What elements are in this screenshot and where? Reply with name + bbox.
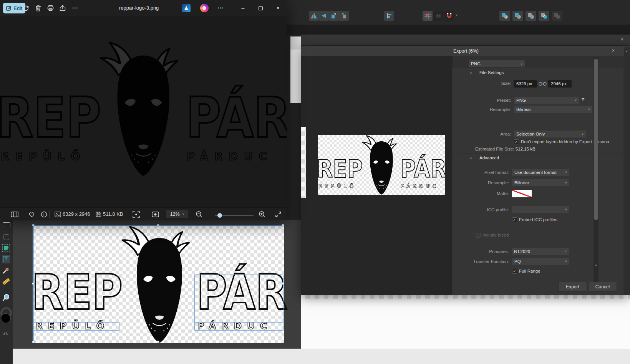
more-options-icon[interactable]: •••	[71, 4, 79, 12]
size-width-field[interactable]: 6329 px	[514, 80, 537, 88]
info-icon[interactable]: i	[40, 210, 48, 218]
share-icon[interactable]	[59, 4, 66, 12]
favorite-heart-icon[interactable]	[28, 210, 35, 218]
auto-enhance-icon[interactable]	[151, 210, 159, 218]
advanced-header[interactable]: Advanced	[479, 156, 499, 160]
preset-dropdown[interactable]: PNG˅	[514, 97, 579, 104]
minimize-button[interactable]: –	[234, 0, 252, 16]
rotate-ccw-button[interactable]	[329, 11, 339, 21]
rotate-icon[interactable]	[22, 4, 30, 12]
fullscreen-icon[interactable]	[274, 210, 282, 218]
scroll-down-icon[interactable]: ▾	[594, 263, 598, 267]
vector-crop-tool[interactable]	[2, 244, 10, 252]
pixel-format-label: Pixel format:	[466, 170, 509, 175]
boolean-subtract-button[interactable]	[512, 11, 523, 21]
photos-titlebar[interactable]: Edit ••• reppar-logo-3.png •••	[0, 0, 287, 16]
maximize-button[interactable]	[252, 0, 269, 16]
delete-icon[interactable]	[34, 4, 42, 12]
matte-color-swatch[interactable]	[512, 190, 532, 198]
embed-icc-checkbox[interactable]: ✓	[512, 217, 517, 222]
icc-profile-label: ICC profile:	[466, 207, 509, 212]
size-height-field[interactable]: 2946 px	[548, 80, 572, 88]
area-dropdown[interactable]: Selection Only˅	[514, 131, 586, 137]
zoom-in-icon[interactable]	[258, 210, 266, 218]
zoom-out-icon[interactable]	[195, 210, 203, 218]
selection-bounds[interactable]	[33, 225, 283, 342]
full-range-checkbox[interactable]: ✓	[512, 269, 517, 274]
text-tool[interactable]: T	[2, 255, 10, 263]
selection-handle-s[interactable]	[157, 341, 159, 343]
cancel-button[interactable]: Cancel	[588, 282, 617, 291]
selection-handle-nw[interactable]	[32, 224, 35, 227]
advanced-chevron[interactable]: ˅	[470, 157, 472, 160]
shape-tool[interactable]	[3, 233, 10, 240]
chevron-down-icon: ˅	[521, 62, 522, 66]
color-picker-tool[interactable]	[2, 266, 10, 274]
selection-handle-se[interactable]	[282, 341, 284, 343]
print-icon[interactable]	[46, 4, 54, 12]
open-in-photo-icon[interactable]	[200, 4, 209, 12]
transfer-function-dropdown[interactable]: PQ˅	[512, 258, 569, 265]
visual-search-icon[interactable]	[132, 210, 140, 218]
close-button[interactable]: ×	[269, 0, 287, 16]
resample-dropdown[interactable]: Bilinear˅	[514, 106, 592, 113]
measure-tool[interactable]	[2, 277, 10, 286]
more-apps-icon[interactable]: •••	[217, 4, 225, 12]
zoom-level-dropdown[interactable]: 12% ˅	[166, 210, 188, 218]
photos-window: Edit ••• reppar-logo-3.png •••	[0, 0, 287, 220]
preset-menu-icon[interactable]: ≡	[582, 96, 585, 102]
flip-horizontal-button[interactable]	[309, 11, 319, 21]
link-dimensions-icon[interactable]	[539, 81, 547, 86]
primaries-dropdown[interactable]: BT.2020˅	[512, 248, 569, 255]
file-settings-chevron[interactable]: ˅	[470, 71, 472, 75]
export-button[interactable]: Export	[558, 282, 587, 291]
boolean-combine-icon	[554, 13, 560, 19]
export-dialog-close-icon[interactable]: ×	[612, 48, 615, 53]
snapping-preset-toggle[interactable]	[433, 11, 443, 21]
pixel-format-dropdown[interactable]: Use document format˅	[512, 169, 569, 176]
export-dialog-title: Export (6%)	[453, 48, 479, 54]
export-dialog-header[interactable]: Export (6%) ×	[301, 46, 630, 56]
edit-pencil-icon	[6, 5, 12, 11]
zoom-tool[interactable]	[2, 293, 10, 302]
filmstrip-icon[interactable]	[11, 210, 18, 218]
swap-colors-icon[interactable]: ↺↻	[3, 332, 8, 336]
area-value: Selection Only	[516, 132, 545, 136]
export-button-label: Export	[566, 284, 579, 290]
scroll-up-icon[interactable]: ▴	[624, 49, 630, 53]
boolean-add-button[interactable]: +	[499, 11, 510, 21]
dont-export-hidden-checkbox[interactable]: ✓	[514, 139, 519, 144]
boolean-divide-button[interactable]	[539, 11, 549, 21]
snapping-magnet-button[interactable]	[444, 11, 454, 21]
boolean-intersect-button[interactable]	[526, 11, 536, 21]
selection-handle-e[interactable]	[282, 282, 284, 285]
rotate-cw-button[interactable]	[339, 11, 349, 21]
flip-vertical-button[interactable]	[319, 11, 329, 21]
preview-sub-left: REPÜLŐ	[318, 184, 356, 189]
panel-scrollbar[interactable]	[624, 47, 630, 294]
snapping-grid-button[interactable]	[423, 11, 433, 21]
canvas-viewport[interactable]: REP PÁR REPÜLŐ PÁRDUC	[13, 220, 301, 349]
selection-handle-sw[interactable]	[32, 341, 35, 343]
view-mode-icon[interactable]	[2, 221, 11, 228]
document-tabstrip: ×	[301, 35, 630, 46]
selection-handle-w[interactable]	[32, 282, 35, 285]
format-dropdown[interactable]: PNG˅	[469, 60, 525, 67]
resample2-dropdown[interactable]: Bilinear˅	[512, 179, 569, 186]
photos-image-view[interactable]: REP PÁR REPÜLŐ PÁRDUC	[0, 16, 287, 207]
tab-close-icon[interactable]: ×	[621, 37, 623, 42]
boolean-combine-button[interactable]	[552, 11, 562, 21]
selection-handle-ne[interactable]	[282, 224, 284, 227]
fill-color-well[interactable]	[1, 313, 11, 323]
alignment-button[interactable]	[384, 11, 394, 21]
icc-profile-dropdown[interactable]: ˅	[512, 206, 569, 213]
file-settings-header[interactable]: File Settings	[479, 70, 504, 75]
settings-scrollbar-thumb[interactable]	[594, 59, 598, 220]
estimated-size-value: 512.15 kB	[516, 147, 536, 151]
open-in-designer-icon[interactable]	[182, 4, 191, 12]
selection-handle-n[interactable]	[157, 224, 159, 227]
snapping-options-chevron[interactable]: ˅	[456, 13, 458, 17]
include-bleed-checkbox[interactable]	[476, 233, 481, 238]
zoom-slider-thumb[interactable]	[217, 213, 222, 218]
svg-text:+: +	[506, 15, 507, 19]
